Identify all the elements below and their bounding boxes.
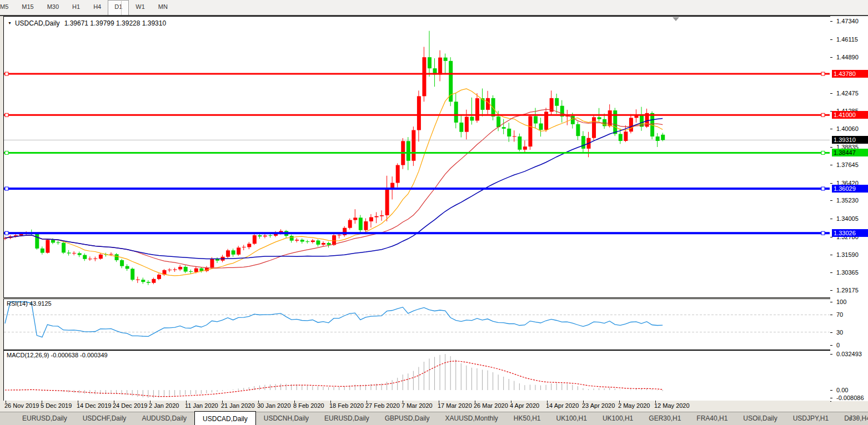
date-label: 11 Jan 2020: [185, 402, 218, 409]
candle-body: [88, 259, 92, 259]
candle-body: [199, 269, 203, 271]
chart-tab-eurusd-daily[interactable]: EURUSD,Daily: [14, 412, 75, 425]
chart-dropdown-icon[interactable]: ▼: [8, 21, 12, 25]
axis-tick-dash: [830, 93, 832, 94]
timeframe-button-m15[interactable]: M15: [15, 0, 40, 15]
horizontal-line-1.41000[interactable]: [4, 114, 830, 116]
candle-body: [51, 240, 55, 242]
chart-tab-uk100-h1[interactable]: UK100,H1: [595, 412, 641, 425]
candle-body: [152, 279, 155, 283]
chart-tab-audusd-daily[interactable]: AUDUSD,Daily: [134, 412, 194, 425]
line-handle[interactable]: [5, 151, 8, 154]
timeframe-button-mn[interactable]: MN: [152, 0, 174, 15]
line-handle[interactable]: [821, 151, 825, 154]
timeframe-button-w1[interactable]: W1: [129, 0, 152, 15]
candle-body: [99, 255, 103, 259]
horizontal-line-1.43780[interactable]: [4, 73, 830, 75]
tab-scroll-left-icon[interactable]: ◄: [847, 415, 855, 421]
price-axis[interactable]: 1.473401.461151.448901.424751.412851.400…: [830, 16, 868, 401]
candle-body: [120, 260, 124, 266]
candle-body: [258, 235, 262, 236]
line-handle[interactable]: [821, 231, 825, 235]
candle-body: [210, 259, 214, 267]
line-handle[interactable]: [5, 231, 8, 235]
price-tick-label: 1.29175: [836, 287, 859, 294]
candle-body: [263, 236, 267, 237]
candle-body: [470, 117, 474, 120]
candle-body: [46, 240, 49, 252]
line-handle[interactable]: [5, 187, 8, 190]
chart-tab-xauusd-monthly[interactable]: XAUUSD,Monthly: [437, 412, 505, 425]
main-chart-pane[interactable]: [3, 16, 831, 298]
candle-body: [173, 269, 177, 270]
rsi-indicator-label: RSI(14) 43.9125: [7, 300, 52, 307]
axis-tick-dash: [830, 183, 832, 184]
macd-pane[interactable]: [3, 350, 831, 402]
candle-body: [507, 129, 511, 136]
candle-body: [168, 270, 172, 270]
candle-body: [581, 136, 585, 149]
candle-body: [534, 116, 538, 123]
candle-body: [407, 141, 410, 161]
price-tick-label: 1.34005: [836, 215, 859, 222]
chart-tab-fra40-h1[interactable]: FRA40,H1: [689, 412, 735, 425]
chart-tab-gbpusd-daily[interactable]: GBPUSD,Daily: [377, 412, 438, 425]
date-label: 23 Apr 2020: [582, 402, 615, 409]
axis-tick-dash: [830, 39, 832, 40]
candle-body: [269, 235, 273, 236]
chart-tab-hk50-h1[interactable]: HK50,H1: [506, 412, 549, 425]
candle-body: [226, 250, 230, 256]
macd-scale-label: 0.032493: [836, 351, 862, 357]
date-label: 21 Jan 2020: [221, 402, 255, 409]
candle-body: [428, 57, 432, 68]
price-line-label-1.36029: 1.36029: [832, 185, 868, 193]
axis-tick-dash: [830, 255, 832, 255]
timeframe-button-d1[interactable]: D1: [108, 0, 129, 16]
candle-body: [598, 117, 601, 119]
rsi-canvas[interactable]: [4, 299, 830, 348]
candle-body: [656, 136, 660, 141]
line-handle[interactable]: [821, 72, 825, 75]
candle-body: [300, 240, 304, 241]
macd-canvas[interactable]: [4, 351, 830, 400]
timeframe-button-h1[interactable]: H1: [66, 0, 87, 15]
horizontal-line-1.33026[interactable]: [4, 232, 830, 234]
line-handle[interactable]: [821, 113, 825, 117]
horizontal-line-1.38447[interactable]: [4, 152, 830, 154]
rsi-scale-label: 30: [836, 329, 843, 336]
candle-body: [624, 131, 628, 141]
candle-body: [380, 215, 384, 216]
time-axis[interactable]: 26 Nov 20195 Dec 201914 Dec 201924 Dec 2…: [0, 401, 830, 412]
timeframe-button-m30[interactable]: M30: [41, 0, 66, 15]
candle-body: [449, 61, 453, 102]
candle-body: [305, 241, 309, 242]
timeframe-button-m5[interactable]: M5: [0, 0, 15, 15]
line-handle[interactable]: [5, 113, 8, 117]
tab-scroll-right-icon[interactable]: ►: [855, 415, 864, 421]
chart-tab-usdchf-daily[interactable]: USDCHF,Daily: [75, 412, 134, 425]
axis-tick-dash: [830, 345, 832, 346]
chart-tab-usdjpy-h1[interactable]: USDJPY,H1: [785, 412, 836, 425]
candle-body: [417, 96, 421, 130]
chart-tab-uk100-h1[interactable]: UK100,H1: [549, 412, 595, 425]
chart-tab-eurusd-daily[interactable]: EURUSD,Daily: [317, 412, 377, 425]
candle-body: [247, 244, 251, 247]
line-handle[interactable]: [821, 187, 825, 190]
auto-scroll-marker-icon[interactable]: [673, 17, 679, 21]
candle-body: [147, 282, 150, 283]
price-chart-canvas[interactable]: [4, 17, 830, 296]
chart-tab-usdcad-daily-active[interactable]: USDCAD,Daily: [194, 411, 256, 425]
candle-body: [141, 280, 145, 282]
timeframe-toolbar: M5M15M30H1H4D1W1MN: [0, 0, 868, 15]
line-handle[interactable]: [5, 72, 8, 75]
candle-body: [253, 235, 257, 244]
chart-tab-usdcnh-daily[interactable]: USDCNH,Daily: [256, 412, 317, 425]
date-label: 12 May 2020: [654, 402, 690, 409]
candle-body: [359, 217, 363, 230]
timeframe-button-h4[interactable]: H4: [87, 0, 108, 15]
horizontal-line-1.36029[interactable]: [4, 188, 830, 190]
date-label: 24 Dec 2019: [113, 402, 147, 409]
chart-tab-ger30-h1[interactable]: GER30,H1: [641, 412, 689, 425]
chart-tab-usoil-daily[interactable]: USOil,Daily: [735, 412, 785, 425]
rsi-pane[interactable]: [3, 298, 831, 350]
